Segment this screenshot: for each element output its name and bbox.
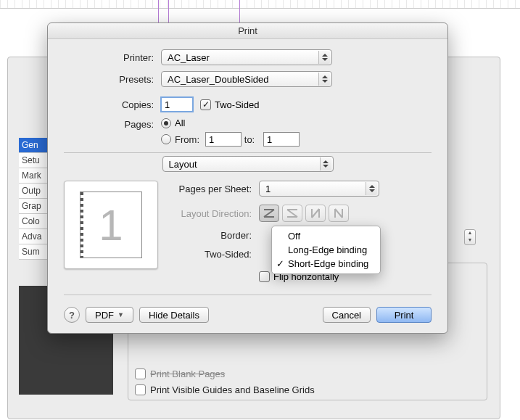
flip-horizontal-checkbox[interactable] bbox=[259, 271, 270, 282]
background-stepper[interactable]: ▲▼ bbox=[464, 229, 476, 245]
direction-n-button[interactable] bbox=[305, 205, 326, 222]
sidebar-item[interactable]: Setu bbox=[19, 153, 48, 168]
pages-per-sheet-popup[interactable]: 1 bbox=[259, 181, 379, 197]
direction-n2-button[interactable] bbox=[329, 205, 349, 222]
sidebar-item[interactable]: Grap bbox=[19, 199, 48, 214]
pages-from-label: From: bbox=[175, 134, 205, 145]
cancel-button[interactable]: Cancel bbox=[323, 307, 371, 323]
printer-popup[interactable]: AC_Laser bbox=[161, 49, 332, 65]
divider bbox=[64, 152, 432, 153]
cancel-label: Cancel bbox=[332, 310, 361, 321]
pages-to-input[interactable] bbox=[263, 132, 300, 147]
hide-details-label: Hide Details bbox=[149, 310, 199, 321]
updown-arrows-icon bbox=[318, 73, 330, 86]
print-label: Print bbox=[395, 310, 414, 321]
pages-from-radio[interactable] bbox=[161, 134, 171, 144]
two-sided-menu[interactable]: Off Long-Edge binding Short-Edge binding bbox=[271, 226, 381, 274]
background-sidebar: Gen Setu Mark Outp Grap Colo Adva Sum bbox=[19, 138, 48, 260]
section-popup[interactable]: Layout bbox=[162, 156, 334, 172]
menu-item-short-edge[interactable]: Short-Edge binding bbox=[272, 257, 380, 271]
sidebar-item[interactable]: Colo bbox=[19, 214, 48, 229]
pages-label: Pages: bbox=[64, 118, 161, 130]
pages-per-sheet-label: Pages per Sheet: bbox=[168, 184, 259, 194]
menu-item-off[interactable]: Off bbox=[272, 229, 380, 243]
background-checkbox-row[interactable]: Print Visible Guides and Baseline Grids bbox=[135, 384, 315, 395]
background-visible-guides-label: Print Visible Guides and Baseline Grids bbox=[150, 384, 315, 395]
updown-arrows-icon bbox=[320, 157, 331, 170]
pages-all-label: All bbox=[175, 118, 185, 128]
sidebar-item[interactable]: Sum bbox=[19, 244, 48, 260]
copies-input[interactable] bbox=[161, 97, 193, 112]
updown-arrows-icon bbox=[318, 51, 330, 64]
section-value: Layout bbox=[169, 159, 197, 170]
layout-thumbnail: 1 bbox=[64, 181, 158, 269]
print-button[interactable]: Print bbox=[376, 307, 432, 323]
chevron-down-icon: ▼ bbox=[117, 311, 124, 318]
ruler bbox=[0, 0, 520, 9]
border-label: Border: bbox=[168, 230, 259, 241]
printer-value: AC_Laser bbox=[168, 52, 210, 63]
hide-details-button[interactable]: Hide Details bbox=[139, 307, 209, 323]
divider bbox=[64, 295, 432, 295]
help-button[interactable]: ? bbox=[64, 307, 80, 323]
checkbox-icon[interactable] bbox=[135, 384, 146, 395]
pages-to-label: to: bbox=[242, 134, 263, 145]
layout-direction-group bbox=[259, 205, 349, 222]
layout-direction-label: Layout Direction: bbox=[168, 208, 259, 219]
sidebar-item[interactable]: Mark bbox=[19, 168, 48, 184]
guide-line bbox=[168, 0, 169, 23]
checkbox-icon[interactable] bbox=[135, 368, 146, 379]
two-sided-popup-label: Two-Sided: bbox=[168, 249, 259, 260]
direction-z-button[interactable] bbox=[259, 205, 279, 222]
presets-label: Presets: bbox=[64, 74, 161, 85]
presets-value: AC_Laser_DoubleSided bbox=[168, 74, 268, 85]
direction-s-button[interactable] bbox=[282, 205, 302, 222]
sidebar-item[interactable]: Gen bbox=[19, 138, 48, 153]
two-sided-label: Two-Sided bbox=[215, 99, 259, 110]
guide-line bbox=[239, 0, 240, 23]
print-dialog: Print Printer: AC_Laser Presets: AC_Lase… bbox=[47, 22, 448, 334]
pages-per-sheet-value: 1 bbox=[265, 184, 271, 194]
presets-popup[interactable]: AC_Laser_DoubleSided bbox=[161, 71, 332, 87]
background-checkbox-row[interactable]: Print Blank Pages bbox=[135, 368, 225, 379]
menu-item-long-edge[interactable]: Long-Edge binding bbox=[272, 243, 380, 257]
sidebar-item[interactable]: Outp bbox=[19, 184, 48, 199]
pages-all-radio[interactable] bbox=[161, 118, 171, 128]
thumbnail-number: 1 bbox=[99, 200, 123, 250]
sidebar-item[interactable]: Adva bbox=[19, 229, 48, 244]
background-clipped-label: Print Blank Pages bbox=[150, 368, 225, 379]
pdf-button[interactable]: PDF ▼ bbox=[86, 307, 133, 323]
two-sided-checkbox[interactable] bbox=[200, 99, 211, 110]
printer-label: Printer: bbox=[64, 52, 161, 63]
thumbnail-page: 1 bbox=[80, 192, 142, 258]
copies-label: Copies: bbox=[64, 99, 161, 110]
pages-from-input[interactable] bbox=[205, 132, 242, 147]
dialog-title: Print bbox=[48, 23, 447, 39]
guide-line bbox=[158, 0, 159, 23]
pdf-label: PDF bbox=[95, 310, 114, 321]
updown-arrows-icon bbox=[366, 182, 377, 195]
